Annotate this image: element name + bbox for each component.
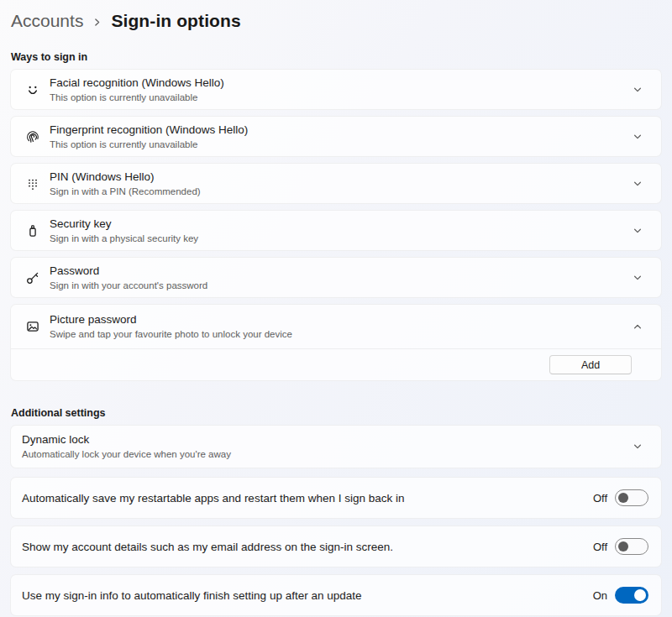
show-account-details-row: Show my account details such as my email…: [10, 525, 662, 567]
row-subtitle: Sign in with a PIN (Recommended): [50, 186, 629, 198]
chevron-up-icon[interactable]: [629, 318, 646, 335]
row-subtitle: This option is currently unavailable: [50, 92, 629, 104]
security-key-icon: [24, 222, 41, 239]
add-picture-password-button[interactable]: Add: [549, 355, 632, 374]
toggle-state-label: Off: [593, 492, 607, 505]
row-title: Facial recognition (Windows Hello): [50, 76, 629, 91]
security-key-row[interactable]: Security key Sign in with a physical sec…: [10, 210, 662, 251]
row-title: Dynamic lock: [22, 432, 629, 447]
pin-row[interactable]: PIN (Windows Hello) Sign in with a PIN (…: [10, 163, 662, 204]
toggle-knob: [618, 541, 628, 552]
password-row[interactable]: Password Sign in with your account's pas…: [10, 257, 662, 298]
breadcrumb: Accounts Sign-in options: [10, 8, 662, 34]
row-title: Picture password: [50, 312, 629, 327]
row-subtitle: Swipe and tap your favourite photo to un…: [50, 328, 629, 341]
use-signin-info-row: Use my sign-in info to automatically fin…: [10, 574, 662, 616]
chevron-right-icon: [92, 17, 102, 28]
ways-to-sign-in-label: Ways to sign in: [11, 51, 662, 63]
chevron-down-icon[interactable]: [629, 81, 646, 98]
toggle-knob: [634, 589, 646, 601]
toggle-state-label: On: [593, 589, 607, 602]
restartable-apps-row: Automatically save my restartable apps a…: [10, 477, 662, 519]
chevron-down-icon[interactable]: [629, 438, 646, 455]
additional-settings-label: Additional settings: [11, 407, 662, 419]
breadcrumb-accounts-link[interactable]: Accounts: [11, 11, 83, 31]
row-title: Password: [50, 264, 629, 279]
row-title: Security key: [50, 217, 629, 232]
toggle-label: Show my account details such as my email…: [22, 541, 593, 553]
toggle-label: Automatically save my restartable apps a…: [22, 492, 593, 505]
fingerprint-recognition-row[interactable]: Fingerprint recognition (Windows Hello) …: [10, 116, 662, 157]
chevron-down-icon[interactable]: [629, 222, 646, 239]
picture-password-row[interactable]: Picture password Swipe and tap your favo…: [11, 305, 661, 348]
signin-options-page: Accounts Sign-in options Ways to sign in…: [0, 0, 672, 616]
password-key-icon: [24, 269, 41, 286]
row-title: PIN (Windows Hello): [50, 170, 629, 185]
dynamic-lock-row[interactable]: Dynamic lock Automatically lock your dev…: [10, 425, 662, 468]
chevron-down-icon[interactable]: [629, 175, 646, 192]
facial-recognition-icon: [24, 81, 41, 98]
toggle-state-label: Off: [593, 541, 607, 553]
chevron-down-icon[interactable]: [629, 128, 646, 145]
picture-password-icon: [24, 318, 41, 335]
facial-recognition-row[interactable]: Facial recognition (Windows Hello) This …: [10, 69, 662, 110]
show-account-details-toggle[interactable]: [615, 538, 648, 555]
picture-password-expanded-panel: Add: [11, 348, 661, 380]
row-title: Fingerprint recognition (Windows Hello): [50, 123, 629, 138]
fingerprint-icon: [24, 128, 41, 145]
toggle-knob: [618, 493, 628, 503]
row-subtitle: Sign in with a physical security key: [50, 233, 629, 245]
row-subtitle: Sign in with your account's password: [50, 280, 629, 292]
row-subtitle: This option is currently unavailable: [50, 139, 629, 151]
pin-keypad-icon: [24, 175, 41, 192]
toggle-label: Use my sign-in info to automatically fin…: [22, 589, 593, 602]
use-signin-info-toggle[interactable]: [615, 587, 648, 604]
picture-password-card: Picture password Swipe and tap your favo…: [10, 304, 662, 381]
chevron-down-icon[interactable]: [629, 269, 646, 286]
page-title: Sign-in options: [111, 11, 240, 31]
restartable-apps-toggle[interactable]: [615, 489, 648, 506]
row-subtitle: Automatically lock your device when you'…: [22, 448, 629, 461]
